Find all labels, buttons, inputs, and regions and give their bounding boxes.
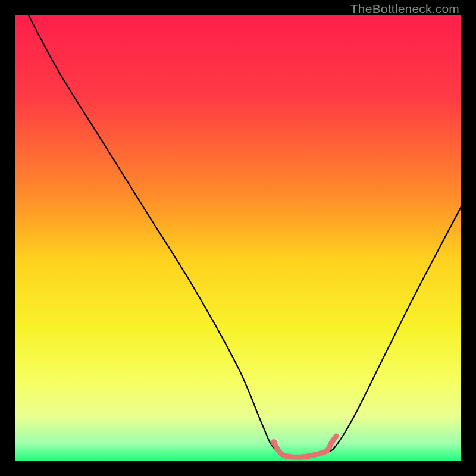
- chart-svg: [15, 15, 461, 461]
- bottleneck-curve: [29, 15, 462, 458]
- attribution-label: TheBottleneck.com: [350, 2, 459, 16]
- chart-frame: TheBottleneck.com: [0, 0, 476, 476]
- accent-marker: [274, 436, 336, 457]
- accent-start-dot: [271, 439, 277, 446]
- plot-area: [15, 15, 461, 461]
